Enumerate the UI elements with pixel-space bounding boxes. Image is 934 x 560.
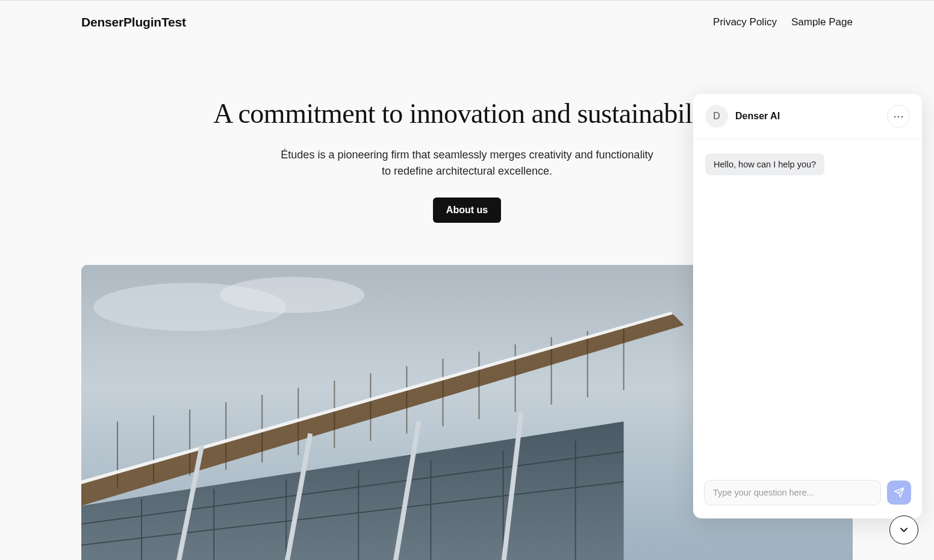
svg-point-2 bbox=[220, 277, 364, 313]
about-us-button[interactable]: About us bbox=[433, 198, 501, 223]
chat-widget: D Denser AI ⋯ Hello, how can I help you? bbox=[693, 94, 922, 518]
chat-input-row bbox=[693, 470, 922, 518]
chevron-down-icon bbox=[898, 524, 910, 536]
hero-section: A commitment to innovation and sustainab… bbox=[196, 98, 738, 223]
chat-header-left: D Denser AI bbox=[705, 105, 780, 128]
chat-header: D Denser AI ⋯ bbox=[693, 94, 922, 139]
chat-body: Hello, how can I help you? bbox=[693, 139, 922, 470]
site-header: DenserPluginTest Privacy Policy Sample P… bbox=[0, 1, 934, 44]
nav-link-sample-page[interactable]: Sample Page bbox=[791, 16, 853, 28]
chat-message-bot: Hello, how can I help you? bbox=[705, 154, 824, 175]
site-title[interactable]: DenserPluginTest bbox=[81, 15, 186, 30]
chat-input[interactable] bbox=[704, 480, 881, 505]
ellipsis-icon: ⋯ bbox=[893, 111, 904, 122]
chat-menu-button[interactable]: ⋯ bbox=[887, 105, 910, 128]
chat-send-button[interactable] bbox=[887, 481, 911, 505]
hero-subtext: Études is a pioneering firm that seamles… bbox=[281, 147, 654, 179]
send-icon bbox=[894, 487, 904, 498]
hero-heading: A commitment to innovation and sustainab… bbox=[208, 98, 726, 130]
primary-nav: Privacy Policy Sample Page bbox=[713, 16, 853, 28]
chat-title: Denser AI bbox=[735, 111, 780, 122]
chat-avatar: D bbox=[705, 105, 728, 128]
nav-link-privacy-policy[interactable]: Privacy Policy bbox=[713, 16, 777, 28]
chat-toggle-button[interactable] bbox=[889, 515, 918, 544]
